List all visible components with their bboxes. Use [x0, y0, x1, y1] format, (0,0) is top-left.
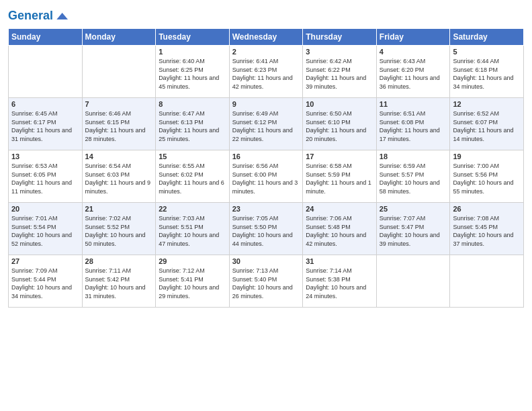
- day-number: 2: [232, 48, 300, 56]
- day-info: Sunrise: 7:02 AM Sunset: 5:52 PM Dayligh…: [85, 214, 153, 248]
- day-info: Sunrise: 6:53 AM Sunset: 6:05 PM Dayligh…: [11, 162, 79, 195]
- calendar-cell: 15Sunrise: 6:55 AM Sunset: 6:02 PM Dayli…: [156, 150, 230, 203]
- day-number: 16: [232, 152, 300, 161]
- day-number: 6: [11, 100, 79, 108]
- day-info: Sunrise: 6:43 AM Sunset: 6:20 PM Dayligh…: [380, 57, 447, 91]
- day-number: 17: [306, 152, 373, 161]
- calendar-cell: [450, 255, 524, 308]
- calendar-cell: 3Sunrise: 6:42 AM Sunset: 6:22 PM Daylig…: [303, 46, 377, 98]
- day-number: 3: [306, 48, 373, 56]
- day-info: Sunrise: 6:59 AM Sunset: 5:57 PM Dayligh…: [380, 162, 447, 195]
- day-number: 5: [453, 48, 521, 56]
- svg-marker-0: [56, 13, 68, 19]
- calendar-cell: 11Sunrise: 6:51 AM Sunset: 6:08 PM Dayli…: [376, 98, 450, 150]
- day-number: 22: [159, 205, 226, 213]
- day-number: 29: [159, 257, 226, 265]
- calendar-cell: 10Sunrise: 6:50 AM Sunset: 6:10 PM Dayli…: [303, 98, 377, 150]
- calendar-cell: [9, 46, 83, 98]
- calendar-cell: 31Sunrise: 7:14 AM Sunset: 5:38 PM Dayli…: [303, 255, 377, 308]
- day-number: 20: [11, 205, 79, 213]
- header-day: Friday: [376, 29, 450, 46]
- calendar-cell: 17Sunrise: 6:58 AM Sunset: 5:59 PM Dayli…: [303, 150, 377, 203]
- calendar-cell: [376, 255, 450, 308]
- calendar-cell: 5Sunrise: 6:44 AM Sunset: 6:18 PM Daylig…: [450, 46, 524, 98]
- day-info: Sunrise: 6:58 AM Sunset: 5:59 PM Dayligh…: [306, 162, 373, 195]
- calendar-cell: 1Sunrise: 6:40 AM Sunset: 6:25 PM Daylig…: [156, 46, 230, 98]
- day-number: 7: [85, 100, 153, 108]
- calendar-cell: 25Sunrise: 7:07 AM Sunset: 5:47 PM Dayli…: [376, 203, 450, 255]
- calendar-cell: 19Sunrise: 7:00 AM Sunset: 5:56 PM Dayli…: [450, 150, 524, 203]
- day-number: 30: [232, 257, 300, 265]
- day-number: 28: [85, 257, 153, 265]
- day-number: 24: [306, 205, 373, 213]
- calendar-cell: 18Sunrise: 6:59 AM Sunset: 5:57 PM Dayli…: [376, 150, 450, 203]
- week-row: 27Sunrise: 7:09 AM Sunset: 5:44 PM Dayli…: [9, 255, 524, 308]
- week-row: 20Sunrise: 7:01 AM Sunset: 5:54 PM Dayli…: [9, 203, 524, 255]
- week-row: 13Sunrise: 6:53 AM Sunset: 6:05 PM Dayli…: [9, 150, 524, 203]
- day-info: Sunrise: 6:54 AM Sunset: 6:03 PM Dayligh…: [85, 162, 153, 195]
- calendar-cell: 29Sunrise: 7:12 AM Sunset: 5:41 PM Dayli…: [156, 255, 230, 308]
- calendar-cell: 12Sunrise: 6:52 AM Sunset: 6:07 PM Dayli…: [450, 98, 524, 150]
- header-day: Tuesday: [156, 29, 230, 46]
- day-info: Sunrise: 6:55 AM Sunset: 6:02 PM Dayligh…: [159, 162, 226, 195]
- logo: General: [8, 9, 68, 23]
- day-info: Sunrise: 7:01 AM Sunset: 5:54 PM Dayligh…: [11, 214, 79, 248]
- calendar-cell: 7Sunrise: 6:46 AM Sunset: 6:15 PM Daylig…: [82, 98, 156, 150]
- header-day: Thursday: [303, 29, 377, 46]
- logo-icon: [54, 9, 68, 23]
- day-number: 23: [232, 205, 300, 213]
- calendar-cell: 30Sunrise: 7:13 AM Sunset: 5:40 PM Dayli…: [229, 255, 303, 308]
- day-info: Sunrise: 6:40 AM Sunset: 6:25 PM Dayligh…: [159, 57, 226, 91]
- day-info: Sunrise: 6:41 AM Sunset: 6:23 PM Dayligh…: [232, 57, 300, 91]
- day-info: Sunrise: 6:46 AM Sunset: 6:15 PM Dayligh…: [85, 109, 153, 143]
- day-number: 27: [11, 257, 79, 265]
- day-info: Sunrise: 6:51 AM Sunset: 6:08 PM Dayligh…: [380, 109, 447, 143]
- calendar-cell: 8Sunrise: 6:47 AM Sunset: 6:13 PM Daylig…: [156, 98, 230, 150]
- calendar-cell: 21Sunrise: 7:02 AM Sunset: 5:52 PM Dayli…: [82, 203, 156, 255]
- header-row: SundayMondayTuesdayWednesdayThursdayFrid…: [9, 29, 524, 46]
- day-number: 14: [85, 152, 153, 161]
- week-row: 6Sunrise: 6:45 AM Sunset: 6:17 PM Daylig…: [9, 98, 524, 150]
- day-info: Sunrise: 7:11 AM Sunset: 5:42 PM Dayligh…: [85, 267, 153, 300]
- day-info: Sunrise: 6:49 AM Sunset: 6:12 PM Dayligh…: [232, 109, 300, 143]
- header-day: Sunday: [9, 29, 83, 46]
- calendar-cell: 4Sunrise: 6:43 AM Sunset: 6:20 PM Daylig…: [376, 46, 450, 98]
- day-info: Sunrise: 7:06 AM Sunset: 5:48 PM Dayligh…: [306, 214, 373, 248]
- day-number: 25: [380, 205, 447, 213]
- header: General: [8, 7, 524, 23]
- day-number: 8: [159, 100, 226, 108]
- day-info: Sunrise: 6:50 AM Sunset: 6:10 PM Dayligh…: [306, 109, 373, 143]
- page: General SundayMondayTuesdayWedn: [0, 0, 532, 411]
- day-info: Sunrise: 7:08 AM Sunset: 5:45 PM Dayligh…: [453, 214, 521, 248]
- day-info: Sunrise: 7:05 AM Sunset: 5:50 PM Dayligh…: [232, 214, 300, 248]
- calendar-cell: [82, 46, 156, 98]
- day-number: 18: [380, 152, 447, 161]
- day-number: 12: [453, 100, 521, 108]
- day-info: Sunrise: 6:42 AM Sunset: 6:22 PM Dayligh…: [306, 57, 373, 91]
- calendar-cell: 22Sunrise: 7:03 AM Sunset: 5:51 PM Dayli…: [156, 203, 230, 255]
- day-info: Sunrise: 6:47 AM Sunset: 6:13 PM Dayligh…: [159, 109, 226, 143]
- day-info: Sunrise: 7:00 AM Sunset: 5:56 PM Dayligh…: [453, 162, 521, 195]
- day-number: 26: [453, 205, 521, 213]
- week-row: 1Sunrise: 6:40 AM Sunset: 6:25 PM Daylig…: [9, 46, 524, 98]
- calendar-cell: 28Sunrise: 7:11 AM Sunset: 5:42 PM Dayli…: [82, 255, 156, 308]
- calendar-cell: 23Sunrise: 7:05 AM Sunset: 5:50 PM Dayli…: [229, 203, 303, 255]
- day-number: 4: [380, 48, 447, 56]
- day-number: 15: [159, 152, 226, 161]
- logo-text: General: [8, 9, 53, 23]
- day-number: 1: [159, 48, 226, 56]
- day-info: Sunrise: 6:56 AM Sunset: 6:00 PM Dayligh…: [232, 162, 300, 195]
- day-info: Sunrise: 7:07 AM Sunset: 5:47 PM Dayligh…: [380, 214, 447, 248]
- day-info: Sunrise: 7:09 AM Sunset: 5:44 PM Dayligh…: [11, 267, 79, 300]
- day-info: Sunrise: 7:14 AM Sunset: 5:38 PM Dayligh…: [306, 267, 373, 300]
- day-number: 9: [232, 100, 300, 108]
- day-info: Sunrise: 6:52 AM Sunset: 6:07 PM Dayligh…: [453, 109, 521, 143]
- day-number: 31: [306, 257, 373, 265]
- day-number: 10: [306, 100, 373, 108]
- header-day: Wednesday: [229, 29, 303, 46]
- day-number: 21: [85, 205, 153, 213]
- calendar-cell: 16Sunrise: 6:56 AM Sunset: 6:00 PM Dayli…: [229, 150, 303, 203]
- day-info: Sunrise: 7:13 AM Sunset: 5:40 PM Dayligh…: [232, 267, 300, 300]
- day-info: Sunrise: 7:03 AM Sunset: 5:51 PM Dayligh…: [159, 214, 226, 248]
- calendar-cell: 13Sunrise: 6:53 AM Sunset: 6:05 PM Dayli…: [9, 150, 83, 203]
